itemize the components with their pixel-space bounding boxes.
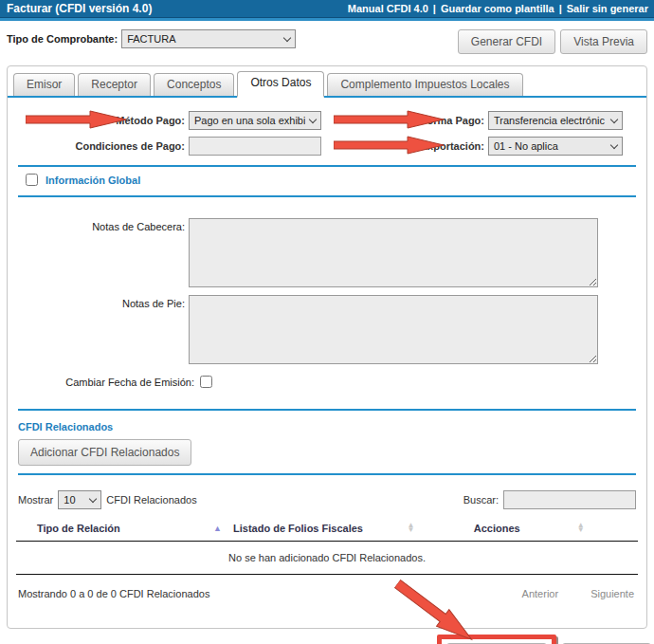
title-bar: Facturar (CFDI versión 4.0) Manual CFDI … xyxy=(0,0,654,17)
forma-pago-select-control[interactable]: Transferencia electrónic xyxy=(488,111,623,130)
link-separator: | xyxy=(559,3,562,14)
salir-sin-generar-link[interactable]: Salir sin generar xyxy=(567,3,648,14)
metodo-pago-label: *Método Pago: xyxy=(22,115,189,126)
informacion-global-checkbox[interactable] xyxy=(26,174,38,186)
page-title: Facturar (CFDI versión 4.0) xyxy=(7,2,152,15)
tipo-comprobante-select-control[interactable]: FACTURA xyxy=(121,29,296,48)
mostrar-label: Mostrar xyxy=(18,494,53,506)
cambiar-fecha-checkbox[interactable] xyxy=(200,376,212,388)
cambiar-fecha-row: Cambiar Fecha de Emisión: xyxy=(22,372,632,390)
table-controls-row: Mostrar 10 CFDI Relacionados Buscar: xyxy=(16,490,638,509)
link-separator: | xyxy=(433,3,436,14)
exportacion-select[interactable]: 01 - No aplica xyxy=(488,137,623,156)
toolbar: Tipo de Comprobante: FACTURA Generar CFD… xyxy=(0,21,654,60)
cfdi-relacionados-title: CFDI Relacionados xyxy=(18,421,113,432)
tab-conceptos[interactable]: Conceptos xyxy=(154,73,234,96)
condiciones-pago-input[interactable] xyxy=(189,137,321,156)
table-info-text: Mostrando 0 a 0 de 0 CFDI Relacionados xyxy=(18,588,209,599)
column-header-tipo-relacion[interactable]: Tipo de Relación▲ xyxy=(16,517,227,542)
notas-pie-row: Notas de Pie: xyxy=(22,295,632,364)
buscar-label: Buscar: xyxy=(463,494,499,506)
empty-table-message: No se han adicionado CFDI Relacionados. xyxy=(16,542,638,575)
tipo-comprobante-select[interactable]: FACTURA xyxy=(121,29,296,48)
exportacion-label: *Exportación: xyxy=(321,140,488,152)
notes-section: Notas de Cabecera: Notas de Pie: Cambiar… xyxy=(16,197,638,390)
mostrar-suffix-label: CFDI Relacionados xyxy=(106,494,196,506)
generar-cfdi-button-top[interactable]: Generar CFDI xyxy=(458,29,555,54)
buscar-input[interactable] xyxy=(503,490,636,509)
column-header-acciones[interactable]: Acciones▲▼ xyxy=(420,517,638,542)
cfdi-relacionados-table: Tipo de Relación▲ Listado de Folios Fisc… xyxy=(16,517,638,575)
form-row-1: *Método Pago: Pago en una sola exhibi *F… xyxy=(22,111,632,130)
cfdi-relacionados-title-row: CFDI Relacionados xyxy=(16,411,638,439)
form-row-2: Condiciones de Pago: *Exportación: 01 - … xyxy=(22,137,632,156)
page-size-select[interactable]: 10 xyxy=(58,490,101,509)
exportacion-select-control[interactable]: 01 - No aplica xyxy=(488,137,623,156)
manual-cfdi-link[interactable]: Manual CFDI 4.0 xyxy=(348,3,428,14)
column-header-listado-folios[interactable]: Listado de Folios Fiscales▲▼ xyxy=(227,517,420,542)
informacion-global-label: Información Global xyxy=(45,175,140,186)
metodo-pago-select[interactable]: Pago en una sola exhibi xyxy=(189,111,321,130)
tab-content: *Método Pago: Pago en una sola exhibi *F… xyxy=(8,98,646,628)
notas-cabecera-textarea[interactable] xyxy=(189,218,598,287)
anterior-button[interactable]: Anterior xyxy=(522,588,559,599)
section-divider xyxy=(18,473,636,475)
condiciones-pago-label: Condiciones de Pago: xyxy=(22,140,189,152)
table-empty-row: No se han adicionado CFDI Relacionados. xyxy=(16,542,638,575)
bottom-action-row: Generar CFDI Vista Previa xyxy=(0,629,654,644)
notas-pie-label: Notas de Pie: xyxy=(22,295,189,309)
cambiar-fecha-label: Cambiar Fecha de Emisión: xyxy=(27,377,198,388)
informacion-global-row: Información Global xyxy=(16,167,638,195)
page-size-select-control[interactable]: 10 xyxy=(58,490,101,509)
tab-complemento-impuestos-locales[interactable]: Complemento Impuestos Locales xyxy=(327,73,522,96)
vista-previa-button-top[interactable]: Vista Previa xyxy=(560,29,647,54)
sort-icon[interactable]: ▲▼ xyxy=(407,524,414,533)
notas-cabecera-row: Notas de Cabecera: xyxy=(22,218,632,287)
notas-cabecera-label: Notas de Cabecera: xyxy=(22,218,189,232)
tab-receptor[interactable]: Receptor xyxy=(78,73,151,96)
main-panel: Emisor Receptor Conceptos Otros Datos Co… xyxy=(7,65,647,629)
forma-pago-label: *Forma Pago: xyxy=(321,115,488,126)
table-footer-row: Mostrando 0 a 0 de 0 CFDI Relacionados A… xyxy=(16,575,638,628)
payment-form: *Método Pago: Pago en una sola exhibi *F… xyxy=(16,98,638,165)
tab-emisor[interactable]: Emisor xyxy=(13,73,75,96)
metodo-pago-select-control[interactable]: Pago en una sola exhibi xyxy=(189,111,321,130)
notas-pie-textarea[interactable] xyxy=(189,295,598,364)
sort-ascending-icon[interactable]: ▲ xyxy=(213,524,222,533)
table-header-row: Tipo de Relación▲ Listado de Folios Fisc… xyxy=(16,517,638,542)
adicionar-cfdi-button[interactable]: Adicionar CFDI Relacionados xyxy=(18,439,191,466)
sort-icon[interactable]: ▲▼ xyxy=(577,524,585,533)
guardar-plantilla-link[interactable]: Guardar como plantilla xyxy=(441,3,554,14)
siguiente-button[interactable]: Siguiente xyxy=(590,588,634,599)
add-cfdi-row: Adicionar CFDI Relacionados xyxy=(16,439,638,473)
tipo-comprobante-label: Tipo de Comprobante: xyxy=(7,29,121,45)
tab-otros-datos[interactable]: Otros Datos xyxy=(237,71,324,98)
tab-strip: Emisor Receptor Conceptos Otros Datos Co… xyxy=(8,66,646,98)
forma-pago-select[interactable]: Transferencia electrónic xyxy=(488,111,623,130)
header-links: Manual CFDI 4.0 | Guardar como plantilla… xyxy=(348,3,648,14)
